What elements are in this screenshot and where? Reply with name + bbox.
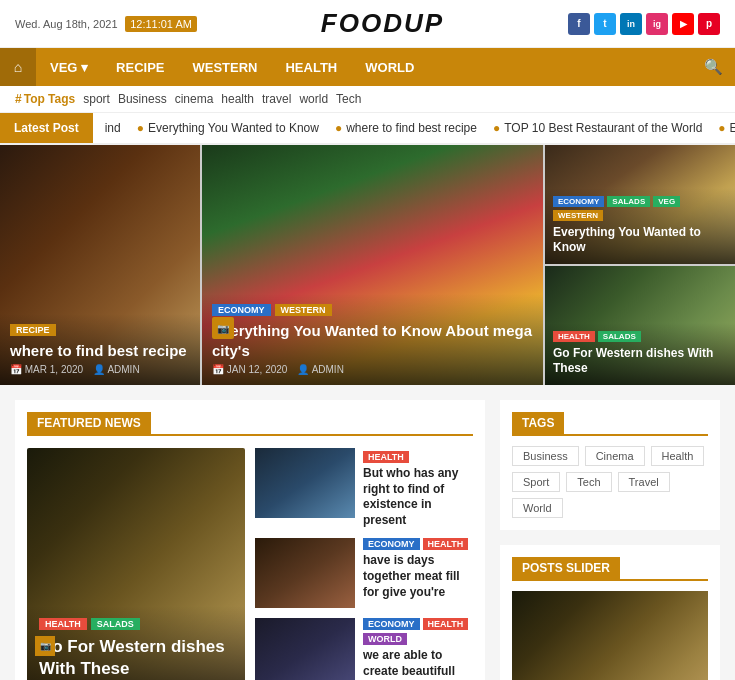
posts-slider-header: POSTS SLIDER	[512, 557, 708, 581]
instagram-icon[interactable]: ig	[646, 13, 668, 35]
nav-search-icon[interactable]: 🔍	[704, 58, 723, 76]
top-tags-bar: # Top Tags sport Business cinema health …	[0, 86, 735, 113]
tags-grid: Business Cinema Health Sport Tech Travel…	[512, 446, 708, 518]
hero-card-left[interactable]: RECIPE where to find best recipe 📅 MAR 1…	[0, 145, 200, 385]
date-text: Wed. Aug 18th, 2021	[15, 18, 118, 30]
small-card-1-content: HEALTH But who has any right to find of …	[363, 448, 473, 528]
card-title-left: where to find best recipe	[10, 341, 190, 361]
site-logo[interactable]: FOODUP	[321, 8, 444, 39]
social-icons: f t in ig ▶ p	[568, 13, 720, 35]
sidebar-tag-sport[interactable]: Sport	[512, 472, 560, 492]
camera-icon-big: 📷	[35, 636, 55, 656]
latest-item-4[interactable]: ● TOP 10 Best Restaurant of the World	[493, 121, 702, 135]
latest-item-2[interactable]: ● Everything You Wanted to Know	[137, 121, 319, 135]
header-date-time: Wed. Aug 18th, 2021 12:11:01 AM	[15, 16, 197, 31]
author-left: 👤 ADMIN	[93, 364, 139, 375]
tag-health[interactable]: health	[221, 92, 254, 106]
tag-cinema[interactable]: cinema	[175, 92, 214, 106]
tags-section: TAGS Business Cinema Health Sport Tech T…	[500, 400, 720, 530]
tag-economy-center: ECONOMY	[212, 304, 271, 316]
featured-big-overlay: HEALTH SALADS Go For Western dishes With…	[27, 606, 245, 680]
card-tags-center: ECONOMY WESTERN	[212, 304, 533, 316]
hero-card-right-bottom[interactable]: HEALTH SALADS Go For Western dishes With…	[545, 266, 735, 385]
tag-world[interactable]: world	[299, 92, 328, 106]
nav-health[interactable]: HEALTH	[271, 48, 351, 86]
small-card-2-title: have is days together meat fill for give…	[363, 553, 473, 600]
sidebar-tag-business[interactable]: Business	[512, 446, 579, 466]
nav-western[interactable]: WESTERN	[178, 48, 271, 86]
small-cards-col: HEALTH But who has any right to find of …	[255, 448, 473, 680]
small-card-2-content: ECONOMY HEALTH have is days together mea…	[363, 538, 473, 608]
hero-grid: RECIPE where to find best recipe 📅 MAR 1…	[0, 145, 735, 385]
camera-icon-center: 📷	[212, 317, 234, 339]
tag-recipe: RECIPE	[10, 324, 56, 336]
featured-big-tags: HEALTH SALADS	[39, 618, 233, 630]
latest-item-5[interactable]: ● Everything You Wanted to Know /	[718, 121, 735, 135]
nav-home-button[interactable]: ⌂	[0, 48, 36, 86]
hero-right-col: ECONOMY SALADS VEG WESTERN Everything Yo…	[545, 145, 735, 385]
sidebar-tag-health[interactable]: Health	[651, 446, 705, 466]
top-tags-label: # Top Tags	[15, 92, 75, 106]
section-header-featured: FEATURED NEWS	[27, 412, 473, 436]
small-card-2-img	[255, 538, 355, 608]
latest-item-1[interactable]: ind	[105, 121, 121, 135]
tag-icon: #	[15, 92, 22, 106]
featured-big-title: Go For Western dishes With These	[39, 636, 233, 680]
small-card-3-img	[255, 618, 355, 680]
pinterest-icon[interactable]: p	[698, 13, 720, 35]
date-left: 📅 MAR 1, 2020	[10, 364, 83, 375]
twitter-icon[interactable]: t	[594, 13, 616, 35]
tags-section-header: TAGS	[512, 412, 708, 436]
card-title-center: Everything You Wanted to Know About mega…	[212, 321, 533, 360]
latest-post-items: ind ● Everything You Wanted to Know ● wh…	[93, 121, 735, 135]
sidebar-tag-tech[interactable]: Tech	[566, 472, 611, 492]
card-tags-right-top: ECONOMY SALADS VEG WESTERN	[553, 196, 727, 221]
card-meta-left: 📅 MAR 1, 2020 👤 ADMIN	[10, 364, 190, 375]
latest-post-bar: Latest Post ind ● Everything You Wanted …	[0, 113, 735, 145]
small-card-1-img	[255, 448, 355, 518]
facebook-icon[interactable]: f	[568, 13, 590, 35]
time-badge: 12:11:01 AM	[125, 16, 197, 32]
sidebar-tag-world[interactable]: World	[512, 498, 563, 518]
hero-card-right-top[interactable]: ECONOMY SALADS VEG WESTERN Everything Yo…	[545, 145, 735, 264]
small-card-1-title: But who has any right to find of existen…	[363, 466, 473, 528]
sidebar: TAGS Business Cinema Health Sport Tech T…	[500, 400, 720, 680]
featured-news-section: FEATURED NEWS 📷 HEALTH SALADS Go For Wes…	[15, 400, 485, 680]
slider-image[interactable]: 📷	[512, 591, 708, 680]
card-tags-right-bottom: HEALTH SALADS	[553, 331, 727, 342]
hero-card-center[interactable]: 📷 ECONOMY WESTERN Everything You Wanted …	[202, 145, 543, 385]
sidebar-tag-travel[interactable]: Travel	[618, 472, 670, 492]
card-overlay-right-top: ECONOMY SALADS VEG WESTERN Everything Yo…	[545, 188, 735, 264]
navigation: ⌂ VEG ▾ RECIPE WESTERN HEALTH WORLD 🔍	[0, 48, 735, 86]
nav-world[interactable]: WORLD	[351, 48, 428, 86]
card-overlay-right-bottom: HEALTH SALADS Go For Western dishes With…	[545, 323, 735, 385]
card-meta-center: 📅 JAN 12, 2020 👤 ADMIN	[212, 364, 533, 375]
featured-small-card-1[interactable]: HEALTH But who has any right to find of …	[255, 448, 473, 528]
tag-sport[interactable]: sport	[83, 92, 110, 106]
linkedin-icon[interactable]: in	[620, 13, 642, 35]
sidebar-tag-cinema[interactable]: Cinema	[585, 446, 645, 466]
card-title-right-bottom: Go For Western dishes With These	[553, 346, 727, 377]
tag-tech[interactable]: Tech	[336, 92, 361, 106]
card-overlay-left: RECIPE where to find best recipe 📅 MAR 1…	[0, 314, 200, 386]
small-card-3-title: we are able to create beautifull and ama…	[363, 648, 473, 680]
latest-item-3[interactable]: ● where to find best recipe	[335, 121, 477, 135]
tag-travel[interactable]: travel	[262, 92, 291, 106]
header: Wed. Aug 18th, 2021 12:11:01 AM FOODUP f…	[0, 0, 735, 48]
featured-small-card-2[interactable]: ECONOMY HEALTH have is days together mea…	[255, 538, 473, 608]
tag-business[interactable]: Business	[118, 92, 167, 106]
card-tags-left: RECIPE	[10, 324, 190, 336]
featured-news-label: FEATURED NEWS	[27, 412, 151, 434]
featured-news-grid: 📷 HEALTH SALADS Go For Western dishes Wi…	[27, 448, 473, 680]
featured-big-card[interactable]: 📷 HEALTH SALADS Go For Western dishes Wi…	[27, 448, 245, 680]
youtube-icon[interactable]: ▶	[672, 13, 694, 35]
nav-veg[interactable]: VEG ▾	[36, 48, 102, 86]
small-card-3-content: ECONOMY HEALTH WORLD we are able to crea…	[363, 618, 473, 680]
tag-western-center: WESTERN	[275, 304, 332, 316]
posts-slider-section: POSTS SLIDER 📷	[500, 545, 720, 680]
section-wrap: FEATURED NEWS 📷 HEALTH SALADS Go For Wes…	[15, 400, 485, 680]
nav-recipe[interactable]: RECIPE	[102, 48, 178, 86]
featured-small-card-3[interactable]: ECONOMY HEALTH WORLD we are able to crea…	[255, 618, 473, 680]
posts-slider-label: POSTS SLIDER	[512, 557, 620, 579]
card-title-right-top: Everything You Wanted to Know	[553, 225, 727, 256]
